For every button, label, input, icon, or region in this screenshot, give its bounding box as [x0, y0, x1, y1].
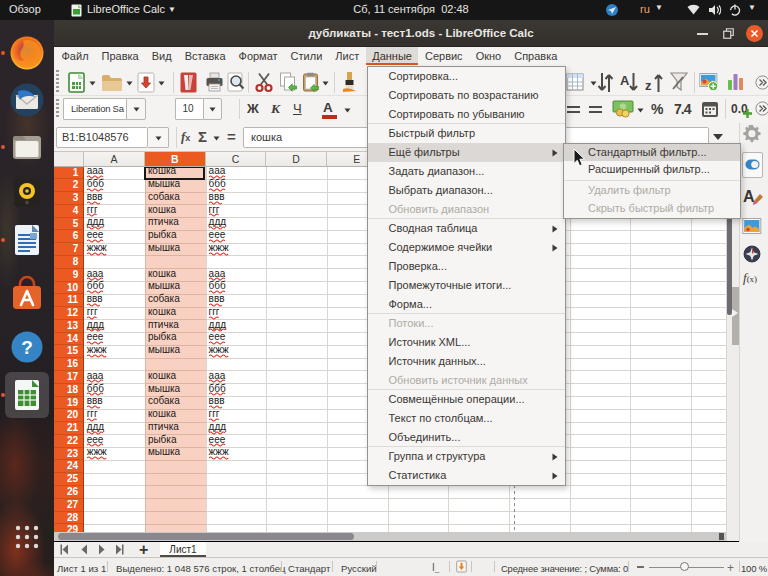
svg-text:?: ? — [21, 337, 33, 358]
svg-text:z: z — [645, 78, 652, 93]
svg-text:A: A — [620, 73, 630, 88]
